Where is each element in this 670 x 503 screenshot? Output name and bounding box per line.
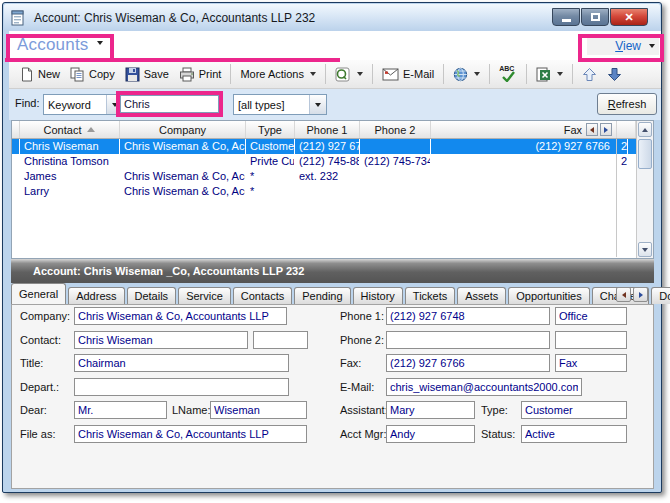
app-icon [10, 10, 26, 26]
close-button[interactable]: ✕ [610, 8, 648, 26]
column-header-company[interactable]: Company [120, 121, 246, 138]
tab-docs[interactable]: Docs [651, 287, 670, 304]
table-row[interactable]: Larry Chris Wiseman & Co, Accountant * [12, 184, 636, 199]
cell-phone2: (212) 745-7345 [360, 154, 431, 169]
copy-icon [70, 67, 85, 82]
tab-general[interactable]: General [11, 283, 66, 304]
chevron-down-icon [649, 44, 655, 48]
cell-phone1: (212) 927 6748 [295, 139, 360, 154]
move-down-button[interactable] [602, 65, 627, 84]
column-header-phone1[interactable]: Phone 1 [295, 121, 360, 138]
type-field[interactable] [521, 401, 627, 419]
minimize-button[interactable] [552, 8, 580, 26]
tab-details[interactable]: Details [127, 287, 177, 304]
column-header-contact[interactable]: Contact [20, 121, 120, 138]
save-button[interactable]: Save [120, 65, 174, 84]
dropdown-button[interactable] [309, 95, 326, 114]
print-button[interactable]: Print [174, 65, 227, 84]
save-floppy-icon [125, 67, 140, 82]
phone1-type-field[interactable] [555, 307, 627, 325]
status-field[interactable] [521, 425, 627, 443]
scroll-columns-right-button[interactable] [600, 123, 612, 136]
scroll-tabs-right-button[interactable] [633, 287, 648, 302]
vertical-scrollbar[interactable] [636, 121, 653, 258]
contact-field[interactable] [74, 331, 248, 349]
table-row[interactable]: James Chris Wiseman & Co, Accountant * e… [12, 169, 636, 184]
file-as-field[interactable] [74, 425, 307, 443]
fax-type-field[interactable] [555, 354, 627, 372]
triangle-left-icon [590, 127, 594, 133]
tab-pending[interactable]: Pending [294, 287, 350, 304]
tab-service[interactable]: Service [178, 287, 231, 304]
tab-opportunities[interactable]: Opportunities [508, 287, 589, 304]
envelope-icon [382, 68, 399, 81]
maximize-button[interactable] [581, 8, 609, 26]
email-label: E-Mail: [340, 381, 374, 393]
cell-phone2 [360, 184, 431, 199]
accounts-menu-button[interactable]: Accounts [17, 35, 103, 55]
chevron-down-icon [310, 72, 316, 76]
phone2-type-field[interactable] [555, 331, 627, 349]
chevron-down-icon [112, 103, 118, 107]
move-up-button[interactable] [577, 65, 602, 84]
refresh-button[interactable]: Refresh [597, 93, 657, 115]
scroll-up-button[interactable] [638, 122, 652, 137]
quickbooks-button[interactable] [330, 65, 368, 84]
table-row[interactable]: Chris Wiseman Chris Wiseman & Co, Accoun… [12, 139, 636, 154]
dear-label: Dear: [20, 404, 47, 416]
tab-contacts[interactable]: Contacts [233, 287, 292, 304]
scroll-columns-left-button[interactable] [586, 123, 598, 136]
new-button[interactable]: New [15, 65, 65, 84]
phone2-label: Phone 2: [340, 334, 384, 346]
phone1-label: Phone 1: [340, 310, 384, 322]
web-link-button[interactable] [448, 65, 485, 84]
search-input[interactable] [120, 95, 219, 113]
title-field[interactable] [74, 354, 289, 372]
spellcheck-button[interactable]: ABC [494, 64, 522, 84]
dear-field[interactable] [74, 401, 167, 419]
assistant-field[interactable] [386, 401, 475, 419]
cell-contact: Chris Wiseman [20, 139, 120, 154]
tab-history[interactable]: History [353, 287, 403, 304]
scroll-down-button[interactable] [638, 242, 652, 257]
triangle-left-icon [622, 292, 626, 298]
export-excel-button[interactable] [531, 65, 568, 84]
cell-type: Customer [246, 139, 295, 154]
cell-extra [617, 169, 622, 184]
cell-type: Privte Custor [246, 154, 295, 169]
tab-assets[interactable]: Assets [457, 287, 506, 304]
scroll-tabs-left-button[interactable] [616, 287, 631, 302]
tab-tickets[interactable]: Tickets [405, 287, 455, 304]
table-row[interactable]: Christina Tomson Privte Custor (212) 745… [12, 154, 636, 169]
fax-field[interactable] [386, 354, 550, 372]
cell-contact: Christina Tomson [20, 154, 120, 169]
contact-extra-field[interactable] [253, 331, 308, 349]
email-field[interactable] [386, 378, 582, 396]
cell-company: Chris Wiseman & Co, Accountant [120, 184, 246, 199]
cell-company: Chris Wiseman & Co, Accountant [120, 169, 246, 184]
phone2-field[interactable] [386, 331, 550, 349]
minimize-icon [562, 19, 571, 22]
find-type-dropdown[interactable]: [all types] [233, 94, 327, 115]
general-tab-panel: Company: Contact: Title: Depart.: Dear: … [11, 304, 654, 489]
triangle-right-icon [604, 127, 608, 133]
column-header-blank [617, 121, 636, 138]
contact-label: Contact: [20, 334, 61, 346]
company-field[interactable] [74, 307, 287, 325]
triangle-right-icon [639, 292, 643, 298]
lname-field[interactable] [210, 401, 307, 419]
more-actions-button[interactable]: More Actions [235, 66, 321, 82]
view-menu-button[interactable]: View [587, 37, 659, 55]
email-button-label: E-Mail [403, 68, 434, 80]
scrollbar-thumb[interactable] [638, 139, 652, 169]
column-header-phone2[interactable]: Phone 2 [360, 121, 431, 138]
department-field[interactable] [74, 378, 289, 396]
find-bar: Find: Keyword [all types] Refresh [9, 89, 661, 120]
find-field-dropdown[interactable]: Keyword [43, 94, 124, 115]
acct-mgr-field[interactable] [386, 425, 475, 443]
email-button[interactable]: E-Mail [377, 66, 439, 83]
copy-button[interactable]: Copy [65, 65, 120, 84]
tab-address[interactable]: Address [68, 287, 124, 304]
phone1-field[interactable] [386, 307, 550, 325]
column-header-type[interactable]: Type [246, 121, 295, 138]
